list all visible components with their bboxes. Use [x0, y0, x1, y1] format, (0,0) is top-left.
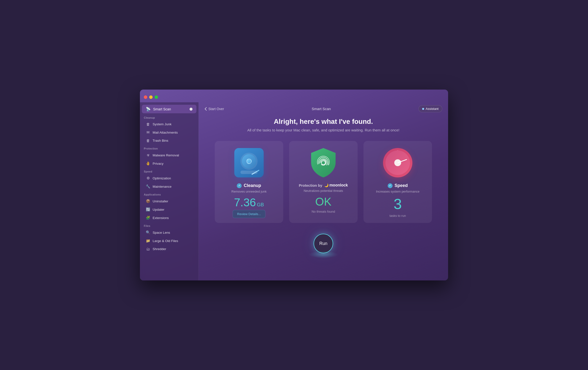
speedometer-icon: [383, 148, 412, 177]
cleanup-card: ✓ Cleanup Removes unneeded junk 7.36GB R…: [215, 141, 283, 223]
cleanup-value-unit: GB: [257, 202, 264, 207]
protection-card: Protection by 🌙 moonlock Neutralizes pot…: [289, 141, 358, 223]
trash-bins-icon: 🗑: [146, 139, 150, 143]
sidebar-item-privacy[interactable]: 🤚 Privacy: [142, 160, 196, 167]
sidebar-item-extensions[interactable]: 🧩 Extensions: [142, 214, 196, 222]
content-area: 📡 Smart Scan Cleanup 🗑 System Junk ✉ Mai…: [140, 102, 448, 280]
cleanup-card-title: Cleanup: [244, 183, 261, 188]
moonlock-brand: moonlock: [329, 183, 348, 187]
cleanup-check-icon: ✓: [237, 183, 242, 188]
trash-bins-label: Trash Bins: [153, 139, 168, 142]
shredder-icon: 🗂: [146, 247, 150, 251]
back-button[interactable]: Start Over: [204, 107, 224, 111]
maintenance-label: Maintenance: [153, 185, 171, 188]
optimization-label: Optimization: [153, 176, 171, 180]
cleanup-value: 7.36GB: [234, 197, 264, 208]
privacy-label: Privacy: [153, 162, 163, 165]
optimization-icon: ⚙: [146, 176, 150, 180]
main-content: Alright, here's what I've found. All of …: [199, 115, 448, 280]
sidebar-item-shredder[interactable]: 🗂 Shredder: [142, 245, 196, 253]
smart-scan-icon: 📡: [146, 107, 151, 111]
maximize-button[interactable]: [155, 95, 158, 99]
sidebar-item-malware-removal[interactable]: ☣ Malware Removal: [142, 151, 196, 159]
assistant-label: Assistant: [426, 107, 439, 111]
moonlock-logo: 🌙 moonlock: [324, 183, 348, 187]
back-arrow-icon: [204, 107, 207, 111]
review-details-button[interactable]: Review Details...: [233, 210, 266, 218]
sidebar-item-smart-scan[interactable]: 📡 Smart Scan: [142, 105, 196, 113]
speed-check-icon: ✓: [388, 183, 393, 188]
sidebar-item-system-junk[interactable]: 🗑 System Junk: [142, 120, 196, 128]
system-junk-label: System Junk: [153, 122, 171, 126]
main-subheadline: All of the tasks to keep your Mac clean,…: [247, 128, 399, 132]
cleanup-card-subtitle: Removes unneeded junk: [231, 190, 267, 193]
app-window: 📡 Smart Scan Cleanup 🗑 System Junk ✉ Mai…: [140, 90, 448, 280]
speed-card-title: Speed: [395, 183, 408, 188]
updater-icon: 🔄: [146, 207, 150, 212]
sidebar-item-optimization[interactable]: ⚙ Optimization: [142, 174, 196, 182]
smart-scan-left: 📡 Smart Scan: [146, 107, 171, 111]
speed-card-subtitle: Increases system performance: [376, 190, 419, 193]
speed-title-row: ✓ Speed: [388, 183, 408, 188]
minimize-button[interactable]: [149, 95, 153, 99]
run-button-wrap: Run: [314, 234, 333, 253]
speed-note: tasks to run: [389, 214, 406, 218]
space-lens-icon: 🔍: [146, 230, 150, 235]
sidebar-item-mail-attachments[interactable]: ✉ Mail Attachments: [142, 128, 196, 136]
topbar: Start Over Smart Scan Assistant: [199, 102, 448, 115]
protection-icon-wrap: [307, 147, 339, 179]
section-label-cleanup: Cleanup: [140, 114, 198, 120]
cleanup-title-row: ✓ Cleanup: [237, 183, 261, 188]
protection-card-subtitle: Neutralizes potential threats: [304, 189, 343, 193]
assistant-dot-icon: [422, 108, 424, 110]
close-button[interactable]: [144, 95, 147, 99]
speed-card: ✓ Speed Increases system performance 3 t…: [363, 141, 432, 223]
shield-icon: [309, 147, 338, 179]
system-junk-icon: 🗑: [146, 122, 150, 126]
mail-attachments-label: Mail Attachments: [153, 131, 178, 134]
run-button[interactable]: Run: [314, 234, 333, 253]
updater-label: Updater: [153, 208, 164, 211]
sidebar-item-space-lens[interactable]: 🔍 Space Lens: [142, 229, 196, 236]
protection-note: No threats found: [312, 210, 335, 213]
title-bar: [140, 90, 448, 101]
hdd-circle-inner: [246, 159, 252, 164]
cleanup-value-number: 7.36: [234, 196, 256, 209]
protection-by-text: Protection by: [299, 183, 322, 187]
smart-scan-toggle: [190, 108, 192, 111]
main-area: Start Over Smart Scan Assistant Alright,…: [199, 102, 448, 280]
sidebar-item-updater[interactable]: 🔄 Updater: [142, 206, 196, 213]
extensions-label: Extensions: [153, 216, 169, 220]
section-label-applications: Applications: [140, 191, 198, 197]
assistant-button[interactable]: Assistant: [418, 105, 442, 112]
main-headline: Alright, here's what I've found.: [274, 118, 373, 126]
maintenance-icon: 🔧: [146, 184, 150, 189]
speed-value: 3: [394, 197, 402, 211]
hdd-icon: [234, 148, 264, 177]
cleanup-icon-wrap: [233, 147, 265, 179]
hdd-arm-icon: [251, 170, 260, 175]
protection-title-row: Protection by 🌙 moonlock: [299, 183, 348, 187]
space-lens-label: Space Lens: [153, 231, 170, 234]
mail-attachments-icon: ✉: [146, 130, 150, 135]
protection-value: OK: [315, 196, 331, 207]
sidebar-item-maintenance[interactable]: 🔧 Maintenance: [142, 183, 196, 190]
sidebar: 📡 Smart Scan Cleanup 🗑 System Junk ✉ Mai…: [140, 102, 199, 280]
smart-scan-label: Smart Scan: [153, 107, 171, 111]
malware-removal-icon: ☣: [146, 153, 150, 157]
sidebar-item-trash-bins[interactable]: 🗑 Trash Bins: [142, 137, 196, 144]
moonlock-icon: 🌙: [324, 183, 328, 187]
sidebar-item-uninstaller[interactable]: 📦 Uninstaller: [142, 197, 196, 205]
back-label: Start Over: [208, 107, 224, 111]
topbar-title: Smart Scan: [312, 107, 331, 111]
speed-icon-wrap: [382, 147, 414, 179]
shredder-label: Shredder: [153, 247, 166, 251]
sidebar-item-large-old-files[interactable]: 📁 Large & Old Files: [142, 237, 196, 245]
hdd-circle: [242, 154, 256, 168]
section-label-speed: Speed: [140, 168, 198, 174]
speedometer-inner: [385, 150, 410, 175]
section-label-protection: Protection: [140, 145, 198, 151]
traffic-lights: [144, 95, 158, 99]
cards-row: ✓ Cleanup Removes unneeded junk 7.36GB R…: [208, 141, 438, 223]
uninstaller-icon: 📦: [146, 199, 150, 203]
